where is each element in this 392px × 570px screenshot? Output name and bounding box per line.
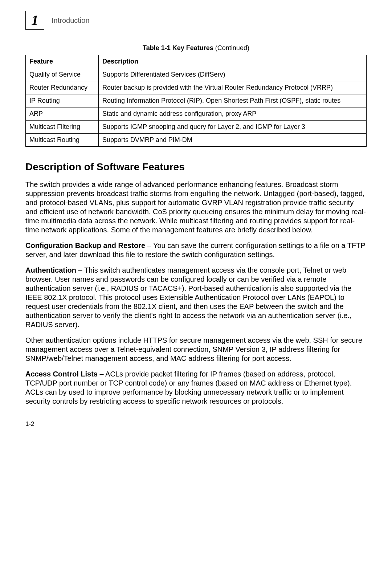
- lead-backup: Configuration Backup and Restore: [25, 241, 145, 249]
- cell-desc: Routing Information Protocol (RIP), Open…: [99, 94, 367, 107]
- paragraph-acl: Access Control Lists – ACLs provide pack…: [25, 370, 367, 406]
- col-description: Description: [99, 55, 367, 68]
- cell-feature: Router Redundancy: [26, 81, 99, 94]
- table-row: Multicast Filtering Supports IGMP snoopi…: [26, 121, 367, 134]
- table-caption: Table 1-1 Key Features (Continued): [25, 44, 367, 52]
- cell-desc: Supports IGMP snooping and query for Lay…: [99, 121, 367, 134]
- paragraph-intro: The switch provides a wide range of adva…: [25, 180, 367, 235]
- page-number: 1-2: [25, 420, 367, 428]
- cell-desc: Supports Differentiated Services (DiffSe…: [99, 68, 367, 81]
- table-header-row: Feature Description: [26, 55, 367, 68]
- cell-feature: ARP: [26, 107, 99, 121]
- table-row: ARP Static and dynamic address configura…: [26, 107, 367, 121]
- features-table: Feature Description Qualify of Service S…: [25, 55, 367, 147]
- cell-desc: Supports DVMRP and PIM-DM: [99, 134, 367, 147]
- cell-feature: Multicast Filtering: [26, 121, 99, 134]
- paragraph-backup: Configuration Backup and Restore – You c…: [25, 241, 367, 259]
- table-caption-rest: (Continued): [213, 44, 249, 52]
- cell-feature: IP Routing: [26, 94, 99, 107]
- section-heading: Description of Software Features: [25, 161, 367, 173]
- table-row: Multicast Routing Supports DVMRP and PIM…: [26, 134, 367, 147]
- cell-desc: Router backup is provided with the Virtu…: [99, 81, 367, 94]
- table-row: Router Redundancy Router backup is provi…: [26, 81, 367, 94]
- table-caption-bold: Table 1-1 Key Features: [143, 44, 213, 52]
- chapter-number: 1: [31, 13, 38, 28]
- lead-auth: Authentication: [25, 266, 76, 274]
- paragraph-auth: Authentication – This switch authenticat…: [25, 266, 367, 329]
- page-header: 1 Introduction: [25, 11, 367, 30]
- lead-acl: Access Control Lists: [25, 370, 98, 378]
- col-feature: Feature: [26, 55, 99, 68]
- chapter-number-box: 1: [25, 11, 44, 30]
- cell-feature: Multicast Routing: [26, 134, 99, 147]
- table-row: IP Routing Routing Information Protocol …: [26, 94, 367, 107]
- cell-feature: Qualify of Service: [26, 68, 99, 81]
- chapter-title: Introduction: [52, 16, 90, 25]
- table-row: Qualify of Service Supports Differentiat…: [26, 68, 367, 81]
- paragraph-auth-other: Other authentication options include HTT…: [25, 336, 367, 363]
- rest-auth: – This switch authenticates management a…: [25, 266, 352, 329]
- cell-desc: Static and dynamic address configuration…: [99, 107, 367, 121]
